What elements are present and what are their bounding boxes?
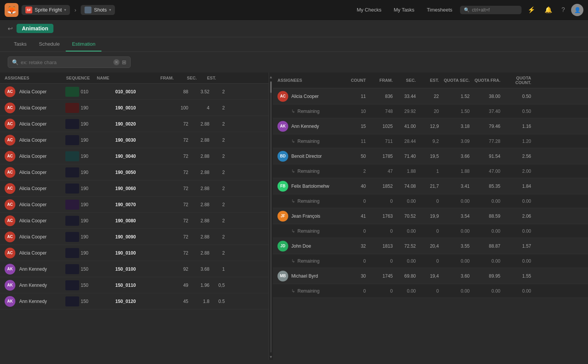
sec-cell: 0.00	[393, 228, 416, 234]
shot-thumbnail	[65, 135, 79, 145]
sec-cell: 2.88	[188, 186, 209, 191]
frames-cell: 72	[165, 186, 188, 191]
shot-thumbnail	[65, 280, 79, 290]
main-content: ASSIGNEES SEQUENCE NAME FRAM. SEC. EST. …	[0, 73, 588, 360]
table-row[interactable]: AC Alicia Cooper 190 190_0100 72 2.88 2	[0, 245, 269, 261]
table-row[interactable]: AK Ann Kennedy 150 150_0100 92 3.68 1	[0, 261, 269, 277]
table-row[interactable]: AK Ann Kennedy 150 150_0120 45 1.8 0.5	[0, 293, 269, 309]
table-row[interactable]: AC Alicia Cooper 190 190_0080 72 2.88 2	[0, 213, 269, 229]
table-row[interactable]: AC Alicia Cooper 190 190_0050 72 2.88 2	[0, 164, 269, 180]
remaining-label: ↳ Remaining	[277, 228, 343, 234]
remaining-label: ↳ Remaining	[277, 199, 343, 204]
est-cell: 2	[209, 137, 225, 143]
table-row[interactable]: JF Jean François 41 1763 70.52 19,9 3.54…	[273, 208, 588, 224]
my-checks-link[interactable]: My Checks	[352, 7, 386, 13]
table-row[interactable]: JD John Doe 32 1813 72.52 20,4 3.55 88.8…	[273, 238, 588, 254]
quota-fra-cell: 0.00	[470, 258, 500, 264]
shot-name: 190_0090	[115, 234, 165, 240]
sec-cell: 3.52	[188, 89, 209, 94]
table-row[interactable]: AC Alicia Cooper 190 190_0070 72 2.88 2	[0, 197, 269, 213]
table-row[interactable]: AC Alicia Cooper 190 190_0060 72 2.88 2	[0, 180, 269, 197]
table-row[interactable]: AC Alicia Cooper 190 190_0030 72 2.88 2	[0, 132, 269, 148]
shot-name: 150_0100	[115, 266, 165, 272]
table-row[interactable]: AC Alicia Cooper 11 836 33.44 22 1.52 38…	[273, 88, 588, 104]
quota-sec-cell: 3.18	[439, 124, 470, 129]
my-tasks-link[interactable]: My Tasks	[389, 7, 419, 13]
table-row[interactable]: BD Benoit Director 50 1785 71.40 19,5 3.…	[273, 148, 588, 164]
help-icon[interactable]: ?	[558, 7, 568, 13]
logo-icon[interactable]: 🦊	[5, 3, 18, 17]
table-row[interactable]: AC Alicia Cooper 190 190_0040 72 2.88 2	[0, 148, 269, 164]
table-row[interactable]: ↳ Remaining 0 0 0.00 0 0.00 0.00 0.00	[273, 284, 588, 298]
table-row[interactable]: ↳ Remaining 0 0 0.00 0 0.00 0.00 0.00	[273, 194, 588, 208]
user-avatar[interactable]: 👤	[571, 4, 583, 16]
entity-selector[interactable]: Shots ▾	[81, 5, 115, 15]
shot-name: 190_0080	[115, 218, 165, 223]
scroll-track	[270, 81, 272, 352]
clear-icon[interactable]: ✕	[113, 59, 120, 65]
table-row[interactable]: AC Alicia Cooper 010 010_0010 88 3.52 2	[0, 84, 269, 100]
header-name: NAME	[97, 76, 147, 80]
assignee-cell: JF Jean François	[277, 211, 343, 222]
frames-cell: 72	[165, 218, 188, 223]
table-row[interactable]: ↳ Remaining 11 711 28.44 9,2 3.09 77.28 …	[273, 134, 588, 148]
quota-fra-cell: 88.59	[470, 213, 500, 219]
table-row[interactable]: AC Alicia Cooper 190 190_0090 72 2.88 2	[0, 229, 269, 245]
est-cell: 2	[209, 234, 225, 240]
project-selector[interactable]: SF Sprite Fright ▾	[22, 5, 70, 15]
sec-cell: 1.96	[188, 283, 209, 288]
table-row[interactable]: ↳ Remaining 2 47 1.88 1 1.88 47.00 2.00	[273, 164, 588, 178]
global-search[interactable]: 🔍 ctrl+alt+f	[460, 6, 522, 14]
frames-cell: 748	[366, 109, 393, 114]
sec-cell: 28.44	[393, 139, 416, 144]
est-cell: 2	[209, 105, 225, 111]
quota-fra-cell: 88.87	[470, 243, 500, 249]
avatar: AK	[5, 264, 15, 275]
filter-icon[interactable]: ⊞	[122, 59, 126, 65]
table-row[interactable]: ↳ Remaining 0 0 0.00 0 0.00 0.00 0.00	[273, 224, 588, 238]
table-row[interactable]: AC Alicia Cooper 190 190_0010 100 4 2	[0, 100, 269, 116]
table-row[interactable]: ↳ Remaining 10 748 29.92 20 1.50 37.40 0…	[273, 104, 588, 118]
frames-cell: 1025	[366, 124, 393, 129]
frames-cell: 711	[366, 139, 393, 144]
scroll-thumb[interactable]	[270, 81, 272, 93]
tab-tasks[interactable]: Tasks	[8, 37, 33, 51]
est-cell: 19,4	[416, 273, 439, 279]
table-row[interactable]: MB Michael Byrd 30 1745 69.80 19,4 3.60 …	[273, 268, 588, 284]
remaining-label: ↳ Remaining	[277, 139, 343, 144]
sequence-cell: 190	[81, 121, 115, 127]
quota-count-cell: 2.06	[500, 213, 531, 219]
avatar: AC	[277, 91, 288, 102]
shot-name: 010_0010	[115, 89, 165, 94]
header-sec: SEC.	[174, 76, 197, 80]
bell-icon[interactable]: 🔔	[541, 6, 555, 13]
assignee-cell: AK Ann Kennedy	[277, 121, 343, 132]
remaining-label: ↳ Remaining	[277, 169, 343, 174]
avatar: BD	[277, 151, 288, 162]
timesheets-link[interactable]: Timesheets	[422, 7, 457, 13]
table-row[interactable]: ↳ Remaining 0 0 0.00 0 0.00 0.00 0.00	[273, 254, 588, 268]
tab-estimation[interactable]: Estimation	[66, 37, 101, 51]
search-input[interactable]	[21, 60, 111, 65]
quota-count-cell: 1.55	[500, 273, 531, 279]
frames-cell: 72	[165, 121, 188, 127]
table-row[interactable]: AC Alicia Cooper 190 190_0020 72 2.88 2	[0, 116, 269, 132]
table-row[interactable]: AK Ann Kennedy 150 150_0110 49 1.96 0,5	[0, 277, 269, 293]
lightning-icon[interactable]: ⚡	[525, 6, 538, 13]
right-table-body: AC Alicia Cooper 11 836 33.44 22 1.52 38…	[273, 88, 588, 360]
frames-cell: 1813	[366, 243, 393, 249]
count-cell: 40	[343, 184, 366, 189]
back-button[interactable]: ↩	[8, 25, 13, 32]
sec-cell: 2.88	[188, 234, 209, 240]
table-row[interactable]: AK Ann Kennedy 15 1025 41.00 12,9 3.18 7…	[273, 118, 588, 134]
assignee-cell: MB Michael Byrd	[277, 271, 343, 281]
shot-name: 190_0020	[115, 121, 165, 127]
est-cell: 0	[416, 199, 439, 204]
count-cell: 2	[343, 169, 366, 174]
est-cell: 0	[416, 228, 439, 234]
shot-thumbnail	[65, 248, 79, 258]
tab-schedule[interactable]: Schedule	[33, 37, 66, 51]
quota-sec-cell: 1.88	[439, 169, 470, 174]
r-header-quota-sec: QUOTA SEC.	[439, 78, 470, 83]
table-row[interactable]: FB Felix Bartolomehw 40 1852 74.08 21,7 …	[273, 178, 588, 194]
